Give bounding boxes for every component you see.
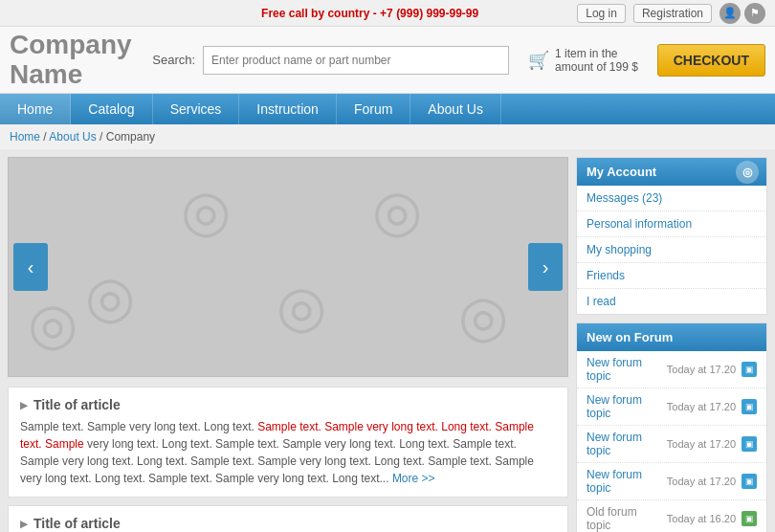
forum-new-icon-1: ▣ <box>742 399 757 414</box>
watermark-5: ◎ <box>458 282 508 349</box>
top-bar: Free call by country - +7 (999) 999-99-9… <box>0 0 775 27</box>
article-1-text: Sample text. Sample very long text. Long… <box>20 418 556 487</box>
phone-number: +7 (999) 999-99-99 <box>380 7 478 20</box>
new-on-forum-section: New on Forum New forum topic Today at 17… <box>576 322 767 532</box>
registration-link[interactable]: Registration <box>633 4 712 23</box>
article-2-title: Title of article <box>20 516 556 531</box>
sidebar: My Account ◎ Messages (23) Personal info… <box>576 157 767 532</box>
nav-home[interactable]: Home <box>0 94 71 124</box>
sidebar-messages[interactable]: Messages (23) <box>577 186 766 211</box>
my-account-header: My Account ◎ <box>577 158 766 186</box>
watermark-2: ◎ <box>372 177 422 244</box>
auth-area: Log in Registration 👤 ⚑ <box>577 3 765 24</box>
breadcrumb-current: Company <box>106 130 155 144</box>
breadcrumb-about[interactable]: About Us <box>49 130 96 144</box>
sidebar-personal-info[interactable]: Personal information <box>577 211 766 237</box>
article-1: Title of article Sample text. Sample ver… <box>8 387 568 498</box>
free-call-text: Free call by country - +7 (999) 999-99-9… <box>261 7 478 20</box>
cart-icon: 🛒 <box>528 50 549 71</box>
nav-forum[interactable]: Forum <box>337 94 410 124</box>
nav-catalog[interactable]: Catalog <box>71 94 152 124</box>
forum-new-icon-2: ▣ <box>742 436 757 452</box>
main-nav: Home Catalog Services Instruction Forum … <box>0 94 775 124</box>
nav-instruction[interactable]: Instruction <box>239 94 337 124</box>
forum-item-0: New forum topic Today at 17.20 ▣ <box>577 351 766 388</box>
logo-text: Company Name <box>10 31 133 90</box>
forum-new-icon-3: ▣ <box>742 474 757 489</box>
forum-item-4: Old forum topic Today at 16.20 ▣ <box>577 500 766 532</box>
breadcrumb-home[interactable]: Home <box>10 130 40 144</box>
flag-icon[interactable]: ⚑ <box>744 3 765 24</box>
slider-next-button[interactable]: › <box>528 243 563 291</box>
article-1-highlight: Sample text. Sample very long text. Long… <box>20 420 534 451</box>
article-1-title: Title of article <box>20 397 556 412</box>
new-on-forum-header: New on Forum <box>577 323 766 351</box>
logo-line2: Name <box>10 60 133 90</box>
watermark-3: ◎ <box>85 263 135 330</box>
slider-bg: ◎ ◎ ◎ ◎ ◎ ◎ <box>9 158 567 376</box>
sidebar-friends[interactable]: Friends <box>577 263 766 289</box>
my-account-title: My Account <box>587 165 656 179</box>
forum-time-0: Today at 17.20 <box>667 364 736 375</box>
watermark-4: ◎ <box>277 273 326 340</box>
login-link[interactable]: Log in <box>577 4 626 23</box>
header: Company Name Search: 🛒 1 item in the amo… <box>0 27 775 94</box>
sidebar-my-shopping[interactable]: My shopping <box>577 237 766 263</box>
slider-prev-button[interactable]: ‹ <box>13 243 48 291</box>
checkout-button[interactable]: CHECKOUT <box>657 44 765 77</box>
forum-item-3: New forum topic Today at 17.20 ▣ <box>577 463 766 500</box>
forum-time-1: Today at 17.20 <box>667 401 736 412</box>
forum-time-3: Today at 17.20 <box>667 476 736 487</box>
my-account-icon: ◎ <box>736 161 759 184</box>
search-area: Search: <box>133 46 528 75</box>
slider: ◎ ◎ ◎ ◎ ◎ ◎ ‹ › <box>8 157 568 377</box>
forum-link-1[interactable]: New forum topic <box>587 393 661 420</box>
watermark-6: ◎ <box>28 290 78 357</box>
cart-area: 🛒 1 item in the amount of 199 $ CHECKOUT <box>528 44 765 77</box>
logo-line1: Company <box>10 31 133 60</box>
main-layout: ◎ ◎ ◎ ◎ ◎ ◎ ‹ › Title of article Sample … <box>0 149 775 532</box>
new-on-forum-title: New on Forum <box>587 330 673 344</box>
forum-item-2: New forum topic Today at 17.20 ▣ <box>577 426 766 463</box>
search-label: Search: <box>152 53 195 67</box>
breadcrumb: Home / About Us / Company <box>0 124 775 149</box>
free-call-label: Free call by country - <box>261 7 380 20</box>
forum-item-1: New forum topic Today at 17.20 ▣ <box>577 388 766 426</box>
nav-about[interactable]: About Us <box>410 94 501 124</box>
forum-new-icon-0: ▣ <box>742 362 757 377</box>
watermark-1: ◎ <box>181 177 231 244</box>
search-input[interactable] <box>203 46 509 75</box>
forum-link-3[interactable]: New forum topic <box>587 468 661 495</box>
forum-link-4[interactable]: Old forum topic <box>587 505 661 532</box>
article-1-more[interactable]: More >> <box>392 472 435 485</box>
content-area: ◎ ◎ ◎ ◎ ◎ ◎ ‹ › Title of article Sample … <box>8 157 568 532</box>
forum-link-2[interactable]: New forum topic <box>587 431 661 457</box>
forum-time-2: Today at 17.20 <box>667 438 736 450</box>
nav-services[interactable]: Services <box>153 94 240 124</box>
forum-time-4: Today at 16.20 <box>667 513 736 524</box>
cart-count: 1 item in the amount of 199 $ <box>555 47 648 74</box>
article-2: Title of article Sample text. Sample ver… <box>8 505 568 532</box>
user-icon[interactable]: 👤 <box>720 3 741 24</box>
cart-info: 🛒 1 item in the amount of 199 $ <box>528 47 648 74</box>
forum-old-icon-4: ▣ <box>742 511 757 526</box>
my-account-section: My Account ◎ Messages (23) Personal info… <box>576 157 767 315</box>
sidebar-i-read[interactable]: I read <box>577 289 766 314</box>
logo: Company Name <box>10 31 133 90</box>
header-icons: 👤 ⚑ <box>720 3 765 24</box>
forum-link-0[interactable]: New forum topic <box>587 356 661 383</box>
